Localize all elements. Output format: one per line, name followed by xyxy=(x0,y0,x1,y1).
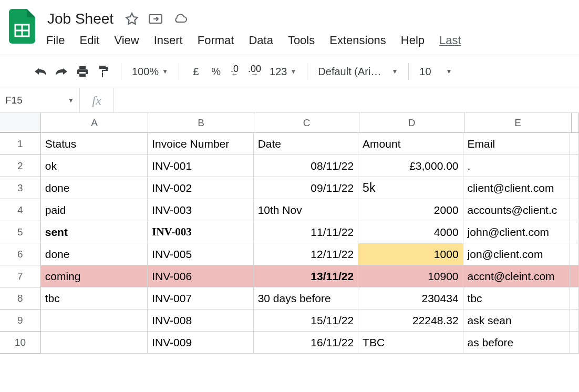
col-header-D[interactable]: D xyxy=(359,113,464,132)
cell[interactable]: Status xyxy=(41,133,148,155)
row-header-3[interactable]: 3 xyxy=(0,177,41,199)
cell[interactable]: INV-008 xyxy=(148,310,253,332)
cell[interactable]: accnt@cleint.com xyxy=(463,265,570,287)
cell[interactable]: INV-005 xyxy=(148,243,253,265)
redo-icon[interactable] xyxy=(53,63,70,80)
cell[interactable]: ok xyxy=(41,155,148,177)
menu-insert[interactable]: Insert xyxy=(154,34,183,47)
cell[interactable]: Amount xyxy=(358,133,463,155)
cell[interactable] xyxy=(41,310,148,332)
formula-input[interactable] xyxy=(114,88,579,112)
cell[interactable]: 08/11/22 xyxy=(254,155,358,177)
cell[interactable] xyxy=(570,155,579,177)
undo-icon[interactable] xyxy=(32,63,49,80)
cell[interactable]: ask sean xyxy=(463,310,570,332)
number-format[interactable]: 123 ▼ xyxy=(267,66,298,78)
cell[interactable] xyxy=(570,243,579,265)
cell[interactable]: tbc xyxy=(463,287,570,310)
cell[interactable]: 5k xyxy=(358,177,463,199)
cell[interactable]: INV-003 xyxy=(148,221,253,243)
print-icon[interactable] xyxy=(74,63,91,80)
cell[interactable]: INV-007 xyxy=(148,287,253,310)
cell[interactable]: as before xyxy=(463,332,570,354)
percent-format[interactable]: % xyxy=(208,66,224,78)
cell[interactable] xyxy=(570,332,579,354)
cell[interactable] xyxy=(41,332,148,354)
cell[interactable]: paid xyxy=(41,199,148,221)
cell[interactable]: john@client.com xyxy=(463,221,570,243)
cell[interactable]: INV-003 xyxy=(148,199,253,221)
menu-view[interactable]: View xyxy=(114,34,139,47)
cell[interactable]: sent xyxy=(41,221,148,243)
cell[interactable] xyxy=(570,133,579,155)
cell[interactable]: coming xyxy=(41,265,148,287)
cell[interactable]: Email xyxy=(463,133,570,155)
menu-file[interactable]: File xyxy=(46,34,65,47)
increase-decimal[interactable]: .00→ xyxy=(245,66,264,77)
cell[interactable]: INV-009 xyxy=(148,332,253,354)
cell[interactable]: £3,000.00 xyxy=(358,155,463,177)
cell[interactable]: TBC xyxy=(358,332,463,354)
cell[interactable]: . xyxy=(463,155,570,177)
cell[interactable]: 10th Nov xyxy=(254,199,358,221)
row-header-8[interactable]: 8 xyxy=(0,287,41,310)
cell[interactable]: 12/11/22 xyxy=(254,243,358,265)
col-header-C[interactable]: C xyxy=(254,113,359,132)
cell[interactable] xyxy=(570,177,579,199)
cell[interactable]: Invoice Number xyxy=(148,133,253,155)
cell[interactable]: INV-006 xyxy=(148,265,253,287)
col-header-B[interactable]: B xyxy=(148,113,254,132)
cell[interactable]: 30 days before xyxy=(254,287,358,310)
cell[interactable]: tbc xyxy=(41,287,148,310)
doc-title[interactable]: Job Sheet xyxy=(45,9,116,28)
cell[interactable]: 09/11/22 xyxy=(254,177,358,199)
cell[interactable]: 11/11/22 xyxy=(254,221,358,243)
cell[interactable]: 230434 xyxy=(358,287,463,310)
cell[interactable] xyxy=(570,221,579,243)
move-icon[interactable] xyxy=(148,13,163,25)
cell[interactable]: INV-001 xyxy=(148,155,253,177)
menu-edit[interactable]: Edit xyxy=(79,34,99,47)
paint-format-icon[interactable] xyxy=(95,63,112,80)
cell[interactable]: client@client.com xyxy=(463,177,570,199)
col-header-F[interactable] xyxy=(572,113,579,132)
menu-last-edit[interactable]: Last xyxy=(439,34,461,47)
cell[interactable]: INV-002 xyxy=(148,177,253,199)
cell[interactable] xyxy=(570,310,579,332)
row-header-2[interactable]: 2 xyxy=(0,155,41,177)
cell[interactable]: 13/11/22 xyxy=(254,265,358,287)
menu-tools[interactable]: Tools xyxy=(288,34,315,47)
row-header-6[interactable]: 6 xyxy=(0,243,41,265)
row-header-1[interactable]: 1 xyxy=(0,133,41,155)
col-header-E[interactable]: E xyxy=(464,113,572,132)
cell[interactable]: done xyxy=(41,243,148,265)
row-header-9[interactable]: 9 xyxy=(0,310,41,332)
decrease-decimal[interactable]: .0← xyxy=(228,66,242,77)
row-header-5[interactable]: 5 xyxy=(0,221,41,243)
cell[interactable]: 1000 xyxy=(358,243,463,265)
cell[interactable] xyxy=(570,287,579,310)
cell[interactable]: 15/11/22 xyxy=(254,310,358,332)
menu-format[interactable]: Format xyxy=(198,34,234,47)
row-header-10[interactable]: 10 xyxy=(0,332,41,354)
star-icon[interactable] xyxy=(125,12,139,26)
menu-data[interactable]: Data xyxy=(249,34,273,47)
menu-extensions[interactable]: Extensions xyxy=(329,34,386,47)
cell[interactable]: 4000 xyxy=(358,221,463,243)
name-box[interactable]: F15 ▼ xyxy=(0,88,80,112)
row-header-4[interactable]: 4 xyxy=(0,199,41,221)
row-header-7[interactable]: 7 xyxy=(0,265,41,287)
cell[interactable]: 22248.32 xyxy=(358,310,463,332)
cell[interactable] xyxy=(570,199,579,221)
cell[interactable]: done xyxy=(41,177,148,199)
menu-help[interactable]: Help xyxy=(401,34,425,47)
currency-format[interactable]: £ xyxy=(188,66,204,78)
font-size-select[interactable]: 10 ▼ xyxy=(417,66,454,78)
cell[interactable]: 2000 xyxy=(358,199,463,221)
zoom-select[interactable]: 100% ▼ xyxy=(130,66,170,78)
cell[interactable]: accounts@client.c xyxy=(463,199,570,221)
select-all-corner[interactable] xyxy=(0,113,41,132)
cell[interactable]: jon@client.com xyxy=(463,243,570,265)
cell[interactable]: 16/11/22 xyxy=(254,332,358,354)
cell[interactable]: 10900 xyxy=(358,265,463,287)
